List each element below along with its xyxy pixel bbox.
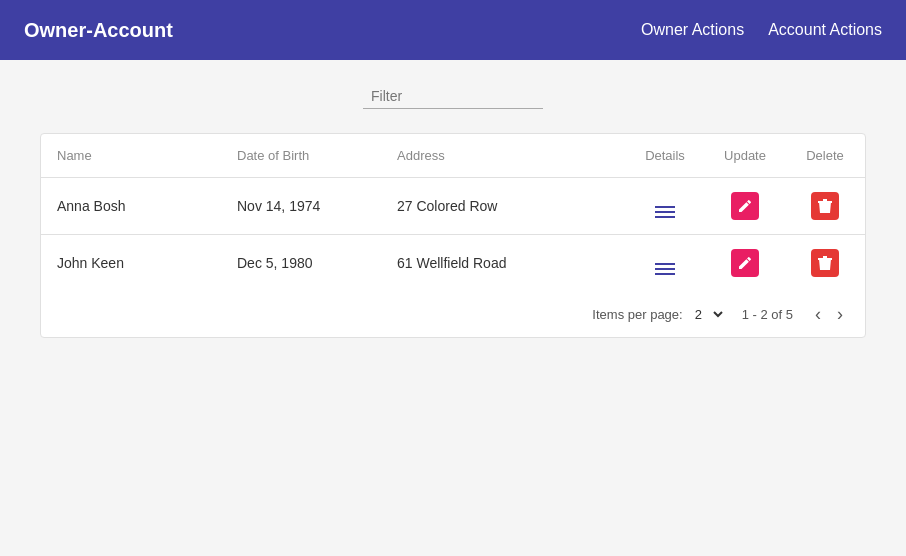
cell-delete[interactable] — [785, 178, 865, 235]
items-per-page-select[interactable]: 251025 — [691, 306, 726, 323]
delete-icon[interactable] — [811, 249, 839, 277]
items-per-page-label: Items per page: — [592, 307, 682, 322]
cell-details[interactable] — [625, 235, 705, 292]
col-header-delete: Delete — [785, 134, 865, 178]
filter-container — [40, 84, 866, 109]
page-navigation: ‹ › — [809, 303, 849, 325]
table-card: Name Date of Birth Address Details Updat… — [40, 133, 866, 338]
cell-name: John Keen — [41, 235, 221, 292]
header-actions: Owner Actions Account Actions — [641, 21, 882, 39]
account-actions-button[interactable]: Account Actions — [768, 21, 882, 39]
table-header-row: Name Date of Birth Address Details Updat… — [41, 134, 865, 178]
details-icon[interactable] — [655, 263, 675, 275]
update-icon[interactable] — [731, 192, 759, 220]
cell-details[interactable] — [625, 178, 705, 235]
cell-update[interactable] — [705, 178, 785, 235]
cell-dob: Dec 5, 1980 — [221, 235, 381, 292]
col-header-details: Details — [625, 134, 705, 178]
pagination-bar: Items per page: 251025 1 - 2 of 5 ‹ › — [41, 291, 865, 337]
app-title: Owner-Account — [24, 19, 173, 42]
details-icon[interactable] — [655, 206, 675, 218]
page-range-info: 1 - 2 of 5 — [742, 307, 793, 322]
filter-input[interactable] — [363, 84, 543, 109]
col-header-update: Update — [705, 134, 785, 178]
update-icon[interactable] — [731, 249, 759, 277]
cell-update[interactable] — [705, 235, 785, 292]
app-header: Owner-Account Owner Actions Account Acti… — [0, 0, 906, 60]
col-header-dob: Date of Birth — [221, 134, 381, 178]
cell-name: Anna Bosh — [41, 178, 221, 235]
data-table: Name Date of Birth Address Details Updat… — [41, 134, 865, 291]
table-row: Anna Bosh Nov 14, 1974 27 Colored Row — [41, 178, 865, 235]
prev-page-button[interactable]: ‹ — [809, 303, 827, 325]
cell-delete[interactable] — [785, 235, 865, 292]
col-header-address: Address — [381, 134, 625, 178]
items-per-page-control: Items per page: 251025 — [592, 306, 725, 323]
next-page-button[interactable]: › — [831, 303, 849, 325]
owner-actions-button[interactable]: Owner Actions — [641, 21, 744, 39]
cell-address: 27 Colored Row — [381, 178, 625, 235]
table-row: John Keen Dec 5, 1980 61 Wellfield Road — [41, 235, 865, 292]
cell-address: 61 Wellfield Road — [381, 235, 625, 292]
main-content: Name Date of Birth Address Details Updat… — [0, 60, 906, 362]
col-header-name: Name — [41, 134, 221, 178]
cell-dob: Nov 14, 1974 — [221, 178, 381, 235]
delete-icon[interactable] — [811, 192, 839, 220]
